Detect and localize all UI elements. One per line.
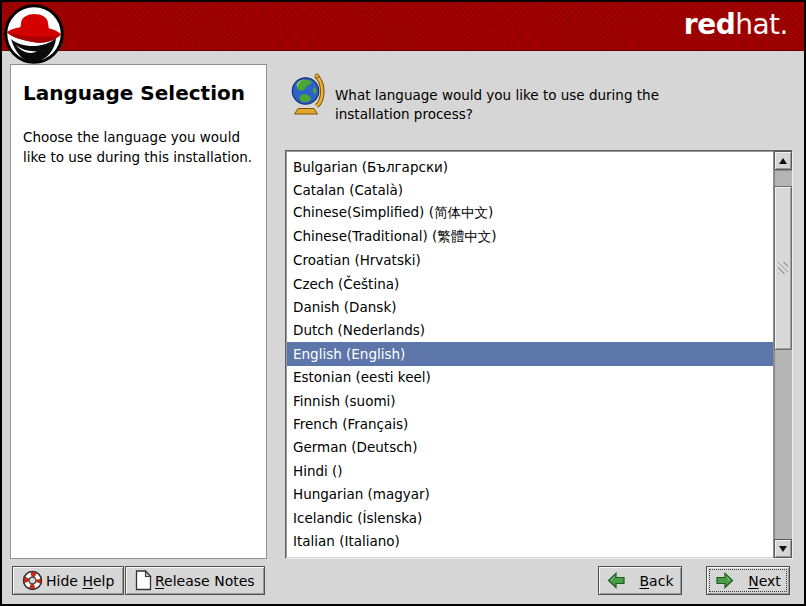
- language-option[interactable]: Hungarian (magyar): [287, 482, 773, 505]
- back-arrow-icon: [607, 572, 626, 589]
- question-row: What language would you like to use duri…: [289, 73, 725, 124]
- language-option[interactable]: English (English): [287, 342, 773, 365]
- help-text: Choose the language you would like to us…: [11, 105, 266, 167]
- language-option[interactable]: Icelandic (Íslenska): [287, 506, 773, 529]
- next-arrow-icon: [715, 572, 734, 589]
- release-notes-label: Release Notes: [155, 573, 255, 589]
- document-icon: [135, 570, 152, 591]
- next-button[interactable]: Next: [706, 566, 790, 595]
- installer-window: redhat. ® Language Selection Choose the …: [0, 0, 806, 606]
- hide-help-label: Hide Help: [46, 573, 114, 589]
- scrollbar-thumb[interactable]: [774, 186, 792, 350]
- scrollbar-track[interactable]: [774, 170, 792, 539]
- back-label: Back: [640, 573, 674, 589]
- help-panel: Language Selection Choose the language y…: [10, 64, 267, 559]
- lifebuoy-icon: [22, 570, 43, 591]
- redhat-shadowman-logo-icon: ®: [4, 3, 66, 67]
- scroll-down-button[interactable]: [774, 539, 792, 558]
- scroll-up-button[interactable]: [774, 151, 792, 170]
- page-title: Language Selection: [11, 65, 266, 105]
- redhat-wordmark: redhat.: [684, 11, 788, 39]
- language-option[interactable]: French (Français): [287, 412, 773, 435]
- release-notes-button[interactable]: Release Notes: [125, 566, 265, 595]
- language-option[interactable]: Dutch (Nederlands): [287, 319, 773, 342]
- question-text: What language would you like to use duri…: [335, 73, 725, 124]
- globe-icon: [289, 73, 325, 115]
- hide-help-button[interactable]: Hide Help: [12, 566, 124, 595]
- language-listbox: Bulgarian (Български)Catalan (Català)Chi…: [285, 150, 793, 559]
- language-option[interactable]: Estonian (eesti keel): [287, 366, 773, 389]
- redhat-wordmark-red: red: [684, 8, 735, 41]
- scrollbar[interactable]: [773, 151, 792, 558]
- language-option[interactable]: Chinese(Simplified) (简体中文): [287, 202, 773, 225]
- scroll-up-icon: [779, 158, 787, 164]
- language-option[interactable]: Catalan (Català): [287, 178, 773, 201]
- language-option[interactable]: Finnish (suomi): [287, 389, 773, 412]
- scroll-down-icon: [779, 546, 787, 552]
- language-option[interactable]: Danish (Dansk): [287, 295, 773, 318]
- redhat-wordmark-hat: hat.: [735, 8, 788, 41]
- language-option[interactable]: Italian (Italiano): [287, 529, 773, 552]
- svg-text:®: ®: [59, 41, 65, 48]
- language-option[interactable]: Hindi (): [287, 459, 773, 482]
- back-button[interactable]: Back: [598, 566, 682, 595]
- language-option[interactable]: Bulgarian (Български): [287, 155, 773, 178]
- next-label: Next: [748, 573, 781, 589]
- language-option[interactable]: Czech (Čeština): [287, 272, 773, 295]
- language-list[interactable]: Bulgarian (Български)Catalan (Català)Chi…: [286, 151, 773, 558]
- language-option[interactable]: Croatian (Hrvatski): [287, 249, 773, 272]
- language-option[interactable]: German (Deutsch): [287, 436, 773, 459]
- language-option[interactable]: Chinese(Traditional) (繁體中文): [287, 225, 773, 248]
